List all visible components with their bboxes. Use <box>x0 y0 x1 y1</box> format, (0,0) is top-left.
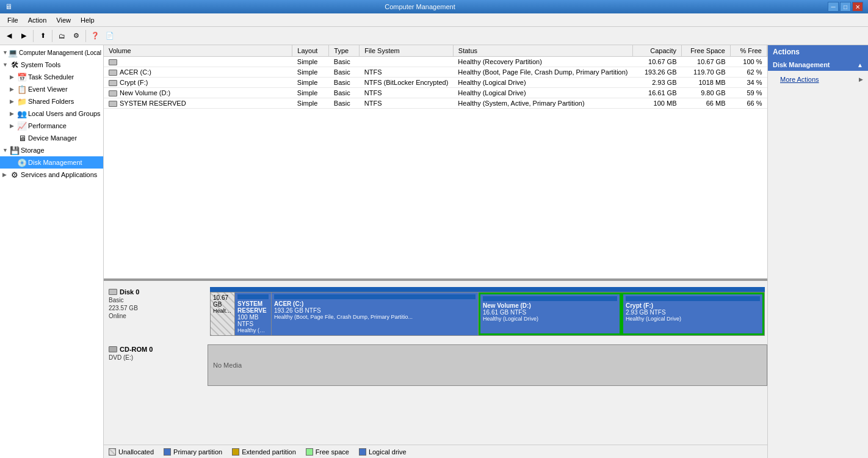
unalloc-status: Healthy (Recovery Partition) <box>213 308 232 314</box>
col-layout[interactable]: Layout <box>292 45 329 57</box>
col-free[interactable]: Free Space <box>682 45 731 57</box>
expand-device <box>10 135 17 141</box>
sidebar-item-shared-folders[interactable]: ▶ 📁 Shared Folders <box>0 95 103 107</box>
table-row[interactable]: SYSTEM RESERVED Simple Basic NTFS Health… <box>104 98 767 109</box>
toolbar-back[interactable]: ◀ <box>2 29 16 43</box>
cell-status: Healthy (System, Active, Primary Partiti… <box>453 98 632 109</box>
cell-free: 119.70 GB <box>682 67 731 78</box>
storage-icon: 💾 <box>10 145 20 155</box>
cell-layout: Simple <box>292 57 329 67</box>
table-row[interactable]: Simple Basic Healthy (Recovery Partition… <box>104 57 767 67</box>
toolbar-sep3 <box>85 30 86 42</box>
legend-extended-box <box>232 448 239 456</box>
system-tools-icon: 🛠 <box>10 60 20 70</box>
partition-newvol[interactable]: New Volume (D:) 16.61 GB NTFS Healthy (L… <box>479 293 621 335</box>
task-icon: 📅 <box>17 72 27 82</box>
cell-type: Basic <box>329 88 360 98</box>
table-row[interactable]: ACER (C:) Simple Basic NTFS Healthy (Boo… <box>104 67 767 78</box>
crypt-topbar <box>626 296 760 301</box>
close-button[interactable]: ✕ <box>852 2 863 12</box>
cell-layout: Simple <box>292 88 329 98</box>
sidebar-item-performance[interactable]: ▶ 📈 Performance <box>0 120 103 132</box>
sidebar-item-event-viewer[interactable]: ▶ 📋 Event Viewer <box>0 83 103 95</box>
partition-unalloc[interactable]: 10.67 GB Healthy (Recovery Partition) <box>211 293 235 335</box>
table-row[interactable]: New Volume (D:) Simple Basic NTFS Health… <box>104 88 767 98</box>
legend-free-box <box>306 448 313 456</box>
table-header-row: Volume Layout Type File System Status Ca… <box>104 45 767 57</box>
sysres-status: Healthy (System, A... <box>237 327 269 333</box>
actions-scroll-btn[interactable]: ▲ <box>857 62 863 68</box>
cdrom0-icon <box>109 346 117 352</box>
event-icon: 📋 <box>17 84 27 94</box>
more-actions-row: More Actions ▶ <box>768 72 868 87</box>
sidebar-item-root[interactable]: ▼ 💻 Computer Management (Local <box>0 46 103 59</box>
col-volume[interactable]: Volume <box>104 45 292 57</box>
menu-view[interactable]: View <box>51 15 76 25</box>
toolbar-show-hide[interactable]: 🗂 <box>55 29 68 43</box>
col-capacity[interactable]: Capacity <box>633 45 682 57</box>
sidebar-item-local-users[interactable]: ▶ 👥 Local Users and Groups <box>0 107 103 120</box>
main-layout: ▼ 💻 Computer Management (Local ▼ 🛠 Syste… <box>0 45 868 458</box>
partition-acer[interactable]: ACER (C:) 193.26 GB NTFS Healthy (Boot, … <box>272 293 479 335</box>
sidebar-item-system-tools[interactable]: ▼ 🛠 System Tools <box>0 59 103 71</box>
toolbar-export[interactable]: 📄 <box>103 29 117 43</box>
disk-mgmt-label: Disk Management <box>28 159 82 166</box>
cell-pct: 34 % <box>731 78 767 88</box>
more-actions-link[interactable]: More Actions <box>773 74 826 85</box>
legend-unalloc-box <box>109 448 116 456</box>
cdrom0-partitions: No Media <box>208 344 767 386</box>
toolbar: ◀ ▶ ⬆ 🗂 ⚙ ❓ 📄 <box>0 27 868 45</box>
disk0-label: Disk 0 Basic 223.57 GB Online <box>104 285 208 338</box>
expand-shared: ▶ <box>10 98 17 104</box>
table-row[interactable]: Crypt (F:) Simple Basic NTFS (BitLocker … <box>104 78 767 88</box>
col-filesystem[interactable]: File System <box>360 45 454 57</box>
expand-system-tools: ▼ <box>2 62 10 68</box>
disk0-size: 223.57 GB <box>109 305 203 311</box>
legend-unalloc-label: Unallocated <box>118 448 154 456</box>
cdrom0-row: CD-ROM 0 DVD (E:) No Media <box>104 342 767 388</box>
toolbar-up[interactable]: ⬆ <box>36 29 49 43</box>
sysres-topbar <box>237 294 269 299</box>
acer-name: ACER (C:) <box>274 300 476 307</box>
crypt-status: Healthy (Logical Drive) <box>626 316 760 322</box>
sidebar-item-disk-management[interactable]: 💿 Disk Management <box>0 156 103 169</box>
toolbar-help[interactable]: ❓ <box>89 29 102 43</box>
cdrom0-name-text: CD-ROM 0 <box>120 346 153 353</box>
actions-panel: Actions Disk Management ▲ More Actions ▶ <box>767 45 868 458</box>
menu-file[interactable]: File <box>2 15 23 25</box>
cdrom0-label: CD-ROM 0 DVD (E:) <box>104 342 208 388</box>
cell-capacity: 2.93 GB <box>633 78 682 88</box>
expand-task: ▶ <box>10 74 17 80</box>
toolbar-properties[interactable]: ⚙ <box>70 29 83 43</box>
menu-action[interactable]: Action <box>23 15 52 25</box>
window-title: Computer Management <box>12 3 828 10</box>
col-pct[interactable]: % Free <box>731 45 767 57</box>
maximize-button[interactable]: □ <box>840 2 851 12</box>
cdrom0-type: DVD (E:) <box>109 354 203 361</box>
menu-help[interactable]: Help <box>76 15 99 25</box>
sidebar-item-services[interactable]: ▶ ⚙ Services and Applications <box>0 169 103 181</box>
sidebar-item-storage[interactable]: ▼ 💾 Storage <box>0 144 103 156</box>
expand-event: ▶ <box>10 86 17 92</box>
cell-status: Healthy (Logical Drive) <box>453 78 632 88</box>
minimize-button[interactable]: ─ <box>828 2 839 12</box>
sidebar-item-device-manager[interactable]: 🖥 Device Manager <box>0 132 103 144</box>
root-label: Computer Management (Local <box>19 49 101 56</box>
perf-label: Performance <box>28 122 67 129</box>
col-status[interactable]: Status <box>453 45 632 57</box>
cell-status: Healthy (Logical Drive) <box>453 88 632 98</box>
actions-disk-mgmt-content: More Actions ▶ <box>768 71 868 88</box>
partition-crypt[interactable]: Crypt (F:) 2.93 GB NTFS Healthy (Logical… <box>621 293 764 335</box>
sidebar-item-task-scheduler[interactable]: ▶ 📅 Task Scheduler <box>0 71 103 83</box>
cell-volume <box>104 57 292 67</box>
newvol-topbar <box>483 296 617 301</box>
cell-capacity: 193.26 GB <box>633 67 682 78</box>
legend-logical: Logical drive <box>359 448 407 456</box>
cell-capacity: 10.67 GB <box>633 57 682 67</box>
partition-sysres[interactable]: SYSTEM RESERVE 100 MB NTFS Healthy (Syst… <box>235 293 272 335</box>
col-type[interactable]: Type <box>329 45 360 57</box>
cell-fs: NTFS <box>360 98 454 109</box>
cell-pct: 100 % <box>731 57 767 67</box>
system-tools-label: System Tools <box>21 61 60 68</box>
toolbar-forward[interactable]: ▶ <box>17 29 31 43</box>
